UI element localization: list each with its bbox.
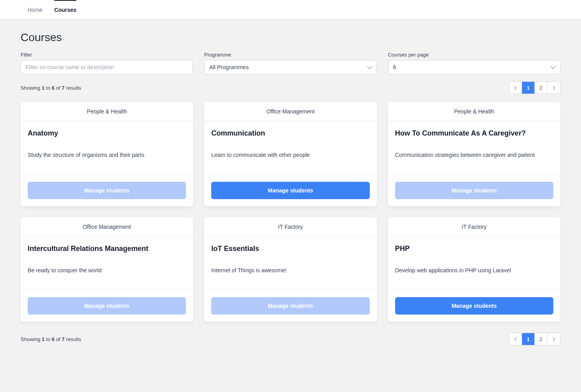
card-title: Anatomy: [28, 129, 186, 138]
course-card: Office ManagementIntercultural Relations…: [21, 217, 193, 322]
card-body: AnatomyStudy the structure of organisms …: [21, 121, 193, 174]
card-programme: People & Health: [388, 102, 560, 121]
card-footer: Manage students: [204, 174, 377, 206]
card-body: Intercultural Relations ManagementBe rea…: [21, 237, 193, 290]
filter-input[interactable]: [21, 60, 193, 74]
page-2[interactable]: 2: [535, 82, 547, 94]
card-programme: People & Health: [21, 102, 193, 121]
nav-home[interactable]: Home: [28, 0, 42, 19]
chevron-right-icon: [551, 86, 555, 90]
filter-bar: Filter Programme All Programmes Courses …: [21, 52, 560, 74]
card-footer: Manage students: [204, 290, 377, 322]
card-programme: Office Management: [21, 217, 193, 237]
card-title: Communication: [211, 129, 369, 138]
course-card: IT FactoryPHPDevelop web applications in…: [388, 217, 560, 322]
page-title: Courses: [21, 31, 560, 44]
course-card: People & HealthHow To Communicate As A C…: [388, 102, 560, 206]
card-description: Communication strategies between caregiv…: [395, 152, 553, 158]
course-card: People & HealthAnatomyStudy the structur…: [21, 102, 193, 206]
card-description: Study the structure of organisms and the…: [28, 152, 186, 158]
page-prev[interactable]: [509, 333, 522, 345]
navbar: Home Courses: [0, 0, 581, 19]
manage-students-button: Manage students: [395, 182, 553, 199]
card-body: IoT EssentialsInternet of Things is awes…: [204, 237, 377, 290]
page-1[interactable]: 1: [522, 333, 535, 345]
card-description: Learn to communicate with other people: [211, 152, 369, 158]
card-programme: IT Factory: [388, 217, 560, 237]
page-1[interactable]: 1: [522, 82, 535, 94]
card-programme: Office Management: [204, 102, 377, 121]
results-summary: Showing 1 to 6 of 7 results: [21, 85, 81, 91]
page-prev[interactable]: [509, 82, 522, 94]
perpage-select[interactable]: 6: [388, 60, 560, 74]
cards-grid: People & HealthAnatomyStudy the structur…: [21, 102, 560, 322]
results-summary-bottom: Showing 1 to 6 of 7 results: [21, 336, 81, 342]
manage-students-button[interactable]: Manage students: [395, 297, 553, 315]
page-next[interactable]: [547, 82, 560, 94]
page-next[interactable]: [547, 333, 560, 345]
filter-label: Filter: [21, 52, 193, 58]
nav-courses[interactable]: Courses: [54, 0, 76, 19]
chevron-left-icon: [514, 337, 518, 341]
chevron-left-icon: [514, 86, 518, 90]
course-card: Office ManagementCommunicationLearn to c…: [204, 102, 377, 206]
card-body: CommunicationLearn to communicate with o…: [204, 121, 377, 174]
card-description: Be ready to conquer the world: [28, 267, 186, 273]
perpage-label: Courses per page: [388, 52, 560, 58]
manage-students-button: Manage students: [28, 182, 186, 199]
course-card: IT FactoryIoT EssentialsInternet of Thin…: [204, 217, 377, 322]
card-body: How To Communicate As A Caregiver?Commun…: [388, 121, 560, 174]
pagination-top: 12: [509, 81, 560, 94]
pagination-bottom: 12: [509, 333, 560, 345]
card-description: Internet of Things is awesome!: [211, 267, 369, 273]
card-description: Develop web applications in PHP using La…: [395, 267, 553, 273]
card-programme: IT Factory: [204, 217, 377, 237]
manage-students-button: Manage students: [28, 297, 186, 315]
manage-students-button[interactable]: Manage students: [211, 182, 369, 199]
card-title: PHP: [395, 245, 553, 253]
card-footer: Manage students: [21, 174, 193, 206]
programme-select[interactable]: All Programmes: [204, 60, 377, 74]
card-footer: Manage students: [388, 290, 560, 322]
card-title: How To Communicate As A Caregiver?: [395, 129, 553, 138]
card-title: Intercultural Relations Management: [28, 245, 186, 253]
chevron-right-icon: [551, 337, 555, 341]
manage-students-button: Manage students: [211, 297, 369, 315]
programme-label: Programme: [204, 52, 377, 58]
page-2[interactable]: 2: [535, 333, 547, 345]
card-footer: Manage students: [388, 174, 560, 206]
card-title: IoT Essentials: [211, 245, 369, 253]
card-footer: Manage students: [21, 290, 193, 322]
card-body: PHPDevelop web applications in PHP using…: [388, 237, 560, 290]
